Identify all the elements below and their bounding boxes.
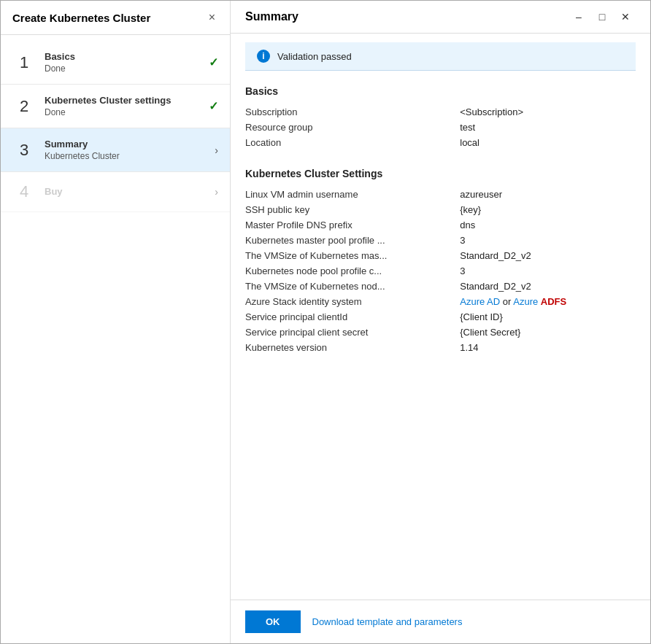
identity-or: or [503,296,513,307]
value-linux-admin: azureuser [460,187,636,202]
right-header-buttons: – □ ✕ [569,8,636,26]
label-identity-system: Azure Stack identity system [245,294,460,309]
label-resource-group: Resource group [245,120,460,135]
label-ssh: SSH public key [245,202,460,217]
validation-bar: i Validation passed [245,42,636,71]
step-sub-1: Done [45,63,209,74]
step-arrow-icon-3: › [215,144,218,156]
section-k8s-settings: Kubernetes Cluster Settings Linux VM adm… [245,168,636,355]
section-basics: Basics Subscription <Subscription> Resou… [245,85,636,150]
table-row: Kubernetes node pool profile c... 3 [245,263,636,279]
value-vmsize-node: Standard_D2_v2 [460,279,636,294]
right-close-button[interactable]: ✕ [615,8,636,26]
minimize-button[interactable]: – [569,8,589,26]
step-sub-3: Kubernetes Cluster [45,151,215,161]
value-node-pool: 3 [460,263,636,279]
label-master-pool: Kubernetes master pool profile ... [245,233,460,248]
value-resource-group: test [460,120,636,135]
download-link[interactable]: Download template and parameters [312,616,463,627]
identity-adfs: ADFS [541,296,566,307]
dialog-wrapper: Create Kubernetes Cluster × 1 Basics Don… [0,0,651,644]
validation-text: Validation passed [277,51,352,62]
basics-table: Subscription <Subscription> Resource gro… [245,104,636,150]
step-check-icon-2: ✓ [209,99,218,113]
value-location: local [460,135,636,150]
step-sub-2: Done [45,107,209,117]
label-vmsize-master: The VMSize of Kubernetes mas... [245,248,460,263]
right-footer: OK Download template and parameters [231,600,650,643]
identity-azure-ad: Azure AD [460,296,500,307]
step-check-icon-1: ✓ [209,55,218,69]
step-item-2[interactable]: 2 Kubernetes Cluster settings Done ✓ [1,85,230,128]
table-row: Master Profile DNS prefix dns [245,217,636,233]
value-dns: dns [460,217,636,233]
step-number-2: 2 [12,97,36,116]
right-panel-title: Summary [245,10,298,23]
step-text-4: Buy [45,186,215,198]
value-subscription: <Subscription> [460,104,636,120]
left-header: Create Kubernetes Cluster × [1,1,230,35]
section-heading-k8s: Kubernetes Cluster Settings [245,168,636,179]
step-text-2: Kubernetes Cluster settings Done [45,95,209,117]
k8s-settings-table: Linux VM admin username azureuser SSH pu… [245,187,636,355]
value-identity-system: Azure AD or Azure ADFS [460,294,636,309]
table-row: Subscription <Subscription> [245,104,636,120]
table-row: Service principal client secret {Client … [245,325,636,340]
table-row: Resource group test [245,120,636,135]
step-text-3: Summary Kubernetes Cluster [45,139,215,161]
right-panel: Summary – □ ✕ i Validation passed Basics… [231,1,650,643]
step-text-1: Basics Done [45,51,209,74]
table-row: Location local [245,135,636,150]
value-master-pool: 3 [460,233,636,248]
label-client-id: Service principal clientId [245,309,460,325]
label-client-secret: Service principal client secret [245,325,460,340]
step-item-4: 4 Buy › [1,172,230,212]
summary-content: Basics Subscription <Subscription> Resou… [231,71,650,600]
section-heading-basics: Basics [245,85,636,97]
value-client-secret: {Client Secret} [460,325,636,340]
step-number-4: 4 [12,182,36,201]
step-name-4: Buy [45,186,215,197]
step-number-1: 1 [12,53,36,72]
label-vmsize-node: The VMSize of Kubernetes nod... [245,279,460,294]
label-k8s-version: Kubernetes version [245,340,460,355]
steps-list: 1 Basics Done ✓ 2 Kubernetes Cluster set… [1,35,230,643]
right-header: Summary – □ ✕ [231,1,650,34]
value-vmsize-master: Standard_D2_v2 [460,248,636,263]
table-row: Azure Stack identity system Azure AD or … [245,294,636,309]
label-linux-admin: Linux VM admin username [245,187,460,202]
label-location: Location [245,135,460,150]
info-icon: i [257,50,270,63]
step-item-3[interactable]: 3 Summary Kubernetes Cluster › [1,128,230,172]
table-row: Service principal clientId {Client ID} [245,309,636,325]
step-name-2: Kubernetes Cluster settings [45,95,209,106]
left-panel: Create Kubernetes Cluster × 1 Basics Don… [1,1,231,643]
left-panel-title: Create Kubernetes Cluster [12,12,150,24]
table-row: The VMSize of Kubernetes mas... Standard… [245,248,636,263]
step-arrow-icon-4: › [215,186,218,198]
step-name-3: Summary [45,139,215,150]
maximize-button[interactable]: □ [592,8,612,26]
value-k8s-version: 1.14 [460,340,636,355]
identity-azure: Azure [513,296,541,307]
table-row: The VMSize of Kubernetes nod... Standard… [245,279,636,294]
left-close-button[interactable]: × [206,9,218,26]
step-item-1[interactable]: 1 Basics Done ✓ [1,41,230,85]
label-node-pool: Kubernetes node pool profile c... [245,263,460,279]
ok-button[interactable]: OK [245,610,301,633]
step-name-1: Basics [45,51,209,62]
table-row: SSH public key {key} [245,202,636,217]
value-client-id: {Client ID} [460,309,636,325]
label-subscription: Subscription [245,104,460,120]
label-dns: Master Profile DNS prefix [245,217,460,233]
value-ssh: {key} [460,202,636,217]
table-row: Kubernetes version 1.14 [245,340,636,355]
table-row: Linux VM admin username azureuser [245,187,636,202]
step-number-3: 3 [12,141,36,160]
table-row: Kubernetes master pool profile ... 3 [245,233,636,248]
